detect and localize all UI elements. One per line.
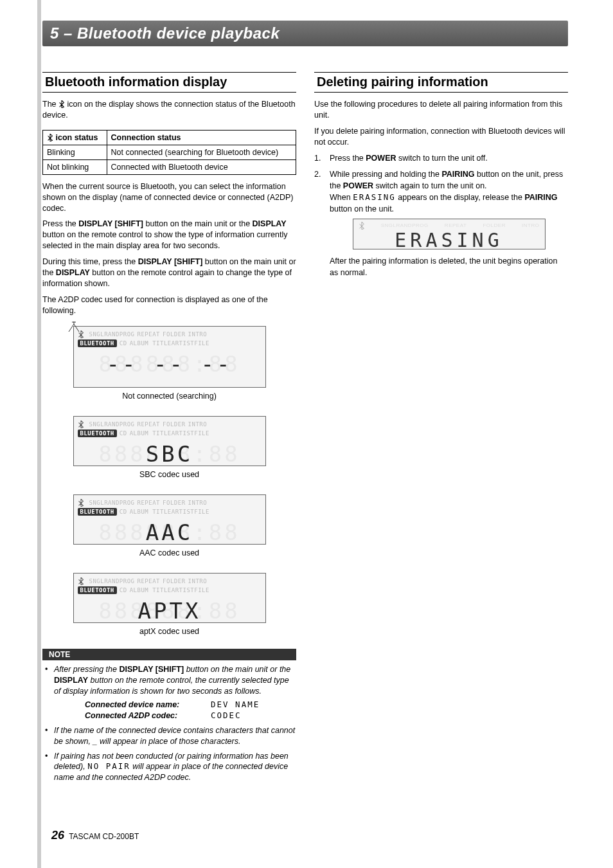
note-kv: Connected device name:DEV NAME Connected… bbox=[85, 700, 296, 721]
lcd-not-connected: SNGLRANDPROG REPEAT FOLDER INTRO BLUETOO… bbox=[73, 326, 266, 388]
bluetooth-icon bbox=[78, 330, 84, 338]
para-delete-2: If you delete pairing information, conne… bbox=[314, 126, 568, 148]
right-column: Deleting pairing information Use the fol… bbox=[314, 72, 568, 817]
left-column: Bluetooth information display The icon o… bbox=[42, 72, 296, 817]
chapter-header: 5 – Bluetooth device playback bbox=[42, 21, 568, 46]
bluetooth-icon bbox=[78, 499, 84, 507]
caption-not-connected: Not connected (searching) bbox=[42, 392, 296, 401]
caption-aptx: aptX codec used bbox=[42, 627, 296, 636]
note-item: If pairing has not been conducted (or pa… bbox=[42, 751, 296, 784]
caption-aac: AAC codec used bbox=[42, 548, 296, 557]
page-footer: 26 TASCAM CD-200BT bbox=[51, 829, 139, 842]
bluetooth-icon bbox=[58, 100, 65, 108]
page-gutter bbox=[37, 0, 41, 868]
bluetooth-icon bbox=[47, 134, 53, 141]
step-item: Press the POWER switch to turn the unit … bbox=[314, 153, 568, 165]
table-row: Not blinking Connected with Bluetooth de… bbox=[43, 159, 296, 174]
note-item: After pressing the DISPLAY [SHIFT] butto… bbox=[42, 664, 296, 721]
para-select-info: When the current source is Bluetooth, yo… bbox=[42, 181, 296, 214]
page-number: 26 bbox=[51, 829, 64, 842]
intro-paragraph: The icon on the display shows the connec… bbox=[42, 99, 296, 121]
lcd-aac: SNGLRANDPROGREPEATFOLDERINTRO BLUETOOTH … bbox=[73, 494, 266, 545]
table-row: Blinking Not connected (searching for Bl… bbox=[43, 145, 296, 159]
model-name: TASCAM CD-200BT bbox=[69, 832, 139, 841]
note-item: If the name of the connected device cont… bbox=[42, 725, 296, 747]
bluetooth-badge: BLUETOOTH bbox=[78, 429, 117, 437]
lcd-sbc: SNGLRANDPROGREPEATFOLDERINTRO BLUETOOTH … bbox=[73, 416, 266, 466]
lcd-aptx: SNGLRANDPROGREPEATFOLDERINTRO BLUETOOTH … bbox=[73, 573, 266, 623]
para-delete-1: Use the following procedures to delete a… bbox=[314, 99, 568, 121]
bluetooth-badge: BLUETOOTH bbox=[78, 508, 117, 516]
section-title-bt-info: Bluetooth information display bbox=[42, 72, 296, 93]
bluetooth-badge: BLUETOOTH bbox=[78, 586, 117, 594]
lcd-erasing: SNGLRANDPROGREPEATFOLDERINTRO ERASING bbox=[353, 219, 546, 249]
bluetooth-icon bbox=[78, 577, 84, 585]
bt-status-table: icon status Connection status Blinking N… bbox=[42, 130, 296, 175]
th-connection-status: Connection status bbox=[107, 130, 296, 145]
chapter-title: 5 – Bluetooth device playback bbox=[50, 24, 280, 42]
para-a2dp: The A2DP codec used for connection is di… bbox=[42, 294, 296, 316]
note-list: After pressing the DISPLAY [SHIFT] butto… bbox=[42, 664, 296, 787]
note-label: NOTE bbox=[42, 649, 296, 660]
section-title-delete-pairing: Deleting pairing information bbox=[314, 72, 568, 93]
para-display-shift-1: Press the DISPLAY [SHIFT] button on the … bbox=[42, 219, 296, 251]
th-icon-status: icon status bbox=[43, 130, 107, 145]
steps-list: Press the POWER switch to turn the unit … bbox=[314, 153, 568, 284]
caption-sbc: SBC codec used bbox=[42, 470, 296, 479]
step-item: While pressing and holding the PAIRING b… bbox=[314, 169, 568, 278]
erasing-text: ERASING bbox=[353, 227, 545, 254]
bluetooth-icon bbox=[78, 420, 84, 428]
para-display-shift-2: During this time, press the DISPLAY [SHI… bbox=[42, 257, 296, 289]
bluetooth-badge: BLUETOOTH bbox=[78, 339, 117, 347]
